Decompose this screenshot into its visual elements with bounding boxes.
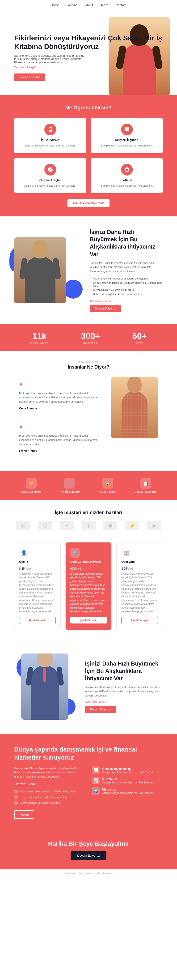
feature-4: 📋 Uygun Fiyat Planı [129,478,163,493]
consulting-contact-button[interactable]: İletişim [14,810,34,819]
price-card-1: 👤 Üyelik $ 35/aylık Aradığı bilgiyi ya ş… [14,542,61,630]
stat-1-label: Mutlu Müşteriler [30,341,49,344]
cta-button[interactable]: Devam Ediyoruz [71,851,106,860]
nav-contact[interactable]: Contact [115,3,126,7]
consult-feat-3-text: Küresel ağ Sample text. Click to select … [102,787,154,794]
feature-2-label: 7/24 Özel destek [52,490,87,493]
business2-cta-button[interactable]: Devam Ediyoruz [85,706,116,713]
testimonials-section: Tam resim Freepik İnsanlar Ne Diyor? ❝ P… [0,351,177,471]
client-logo-5: ⬢ [103,521,117,530]
business2-title: İşinizi Daha Hızlı Büyütmek İçin Bu Alış… [85,660,163,682]
cta-title: Harika Bir Şeye Başlayalım! [14,840,163,848]
business-image [14,237,80,303]
clients-section: İşte müşterilerimizden bazıları ◎ ⬡ ✦ ◈ … [0,500,177,540]
consult-feat-1-desc: Sample text. Click to select the Text El… [102,771,154,773]
card-4-icon [121,164,133,175]
nav-landing[interactable]: Landing [66,3,77,7]
consulting-link[interactable]: Tam resim Freepik [14,783,35,785]
nav-team[interactable]: Team [101,3,108,7]
consulting-description: Sample text. Click to Egestas egestas fr… [14,767,85,779]
price-card-3-price: $ 95/aylık [121,565,158,571]
consult-feat-2: 📈 İş stratejisi Sample text. Click to se… [92,777,163,784]
price-card-3-icon: 🏢 [121,548,131,558]
card-2: Müşteri İlişkileri Sample text. Click to… [91,118,163,153]
testimonials-left: ❝ Proin sed libero enim sed faucibus tur… [14,377,104,462]
stat-2: 300+ Takım Üyeleri [81,331,100,344]
consult-feat-2-desc: Sample text. Click to select the Text El… [102,781,154,784]
stat-1: 11k Mutlu Müşteriler [30,331,49,344]
learn-section: Ne Öğrenebilirsin? İş Geliştirme Sample … [0,95,177,216]
card-1-desc: Sample text. Click to select the Text El… [19,144,81,148]
stat-3-label: Ülkeler [133,341,147,344]
hero-description: Sample text. Click to Egestas egestas fr… [14,54,90,64]
footer-text: Sample text. Click to select the Text El… [3,872,174,875]
feature-3: 🔒 %100 Güvenli [90,478,125,493]
feature-2-icon: 🔧 [64,478,74,488]
business2-link[interactable]: Tam resim Freepik [85,700,163,703]
stats-section: 11k Mutlu Müşteriler 300+ Takım Üyeleri … [0,324,177,351]
card-1: İş Geliştirme Sample text. Click to sele… [14,118,86,153]
client-logo-6: ⚡ [125,521,139,530]
business2-image [14,651,76,722]
footer: Sample text. Click to select the Text El… [0,869,177,878]
consulting-features: 📊 Finansal danışmanlık Sample text. Clic… [92,767,163,819]
consult-feat-2-text: İş stratejisi Sample text. Click to sele… [102,777,154,784]
bullet-3: Güvenilirliğinizi ve otorantinizi artırı… [90,288,163,292]
business-section: İşinizi Daha Hızlı Büyütmek İçin Bu Alış… [0,216,177,324]
client-logo-3: ✦ [60,521,74,530]
feature-3-label: %100 Güvenli [90,490,125,493]
learn-cta-button[interactable]: Tüm Kursları Görüntüle [68,199,110,207]
card-3-icon [44,164,56,175]
business-description: Sample text. Click to Egestas egestas fr… [90,261,163,274]
price-card-1-icon: 👤 [19,548,28,558]
learn-title: Ne Öğrenebilirsin? [14,105,163,111]
card-2-desc: Sample text. Click to select the Text El… [96,144,158,148]
price-card-2: ⚙️ Özel Çalışma Havuzu 65$/aylık Aradığı… [65,542,112,630]
hero-title: Fikirlerinizi veya Hikayenizi Çok Satan … [14,34,163,51]
consult-feat-1-text: Finansal danışmanlık Sample text. Click … [102,767,154,773]
biz-person-image [14,237,66,303]
client-logo-4: ◈ [81,521,96,530]
business-cta-button[interactable]: Devam Ediyoruz [90,305,121,312]
consult-feat-3-desc: Sample text. Click to select the Text El… [102,791,154,794]
hero-section: Fikirlerinizi veya Hikayenizi Çok Satan … [0,10,177,95]
clients-title: İşte müşterilerimizden bazıları [14,510,163,515]
biz2-person-image [21,654,68,720]
card-3-desc: Sample text. Click to select the Text El… [19,184,81,188]
client-logo-1: ◎ [16,521,30,530]
stat-2-value: 300+ [81,331,100,341]
price-card-1-price: $ 35/aylık [19,565,56,571]
features-row: ⚡ Erken avantajlar 🔧 7/24 Özel destek 🔒 … [0,471,177,500]
testimonials-sub: Tam resim Freepik [14,361,163,363]
feature-4-icon: 📋 [141,478,151,488]
testimonial-2-author: Frank Kinney [19,449,37,453]
stat-2-label: Takım Üyeleri [81,341,100,344]
testimonial-1: ❝ Proin sed libero enim sed faucibus tur… [14,377,104,415]
price-card-2-button[interactable]: Şimdi Deneyin [70,617,107,624]
price-card-3-button[interactable]: Şimdi Deneyin [121,617,158,624]
business2-description: Sample text. Click to Egestas egestas fr… [85,685,163,698]
consult-feat-3-title: Küresel ağ [102,788,116,791]
consulting-text: Sample text. Click to Egestas egestas fr… [14,767,85,819]
feature-3-icon: 🔒 [103,478,113,488]
hero-link[interactable]: Tam resim Freepik [14,66,163,69]
price-card-2-name: Özel Çalışma Havuzu [70,560,107,563]
business2-text: İşinizi Daha Hızlı Büyütmek İçin Bu Alış… [85,660,163,713]
consult-feat-1: 📊 Finansal danışmanlık Sample text. Clic… [92,767,163,774]
pricing-section: 👤 Üyelik $ 35/aylık Aradığı bilgiyi ya ş… [0,540,177,639]
price-card-1-button[interactable]: Şimdi Deneyin [19,617,56,624]
biz-blob-2 [64,280,82,299]
business-link[interactable]: Tam resim Freepik [90,299,163,302]
nav-about[interactable]: About [85,3,93,7]
business-text: İşinizi Daha Hızlı Büyütmek İçin Bu Alış… [90,228,163,312]
card-4: İletişim Sample text. Click to select th… [91,158,163,194]
hero-cta-button[interactable]: Devam Ediyoruz [14,73,45,81]
feature-2: 🔧 7/24 Özel destek [52,478,87,493]
business-title: İşinizi Daha Hızlı Büyütmek İçin Bu Alış… [90,228,163,258]
consult-feat-3: 🌍 Küresel ağ Sample text. Click to selec… [92,787,163,795]
price-card-3: 🏢 Özel Ofis $ 95/aylık Aradığı bilgiyi y… [116,542,163,630]
business-bullets: Pazarlamayı ve hikayenizi bir kitaba dön… [90,277,163,296]
price-card-3-name: Özel Ofis [121,560,158,563]
nav-home[interactable]: Home [51,3,59,7]
bullet-4: Daha fazla müşteri çekin ve işinizi büyü… [90,292,163,296]
